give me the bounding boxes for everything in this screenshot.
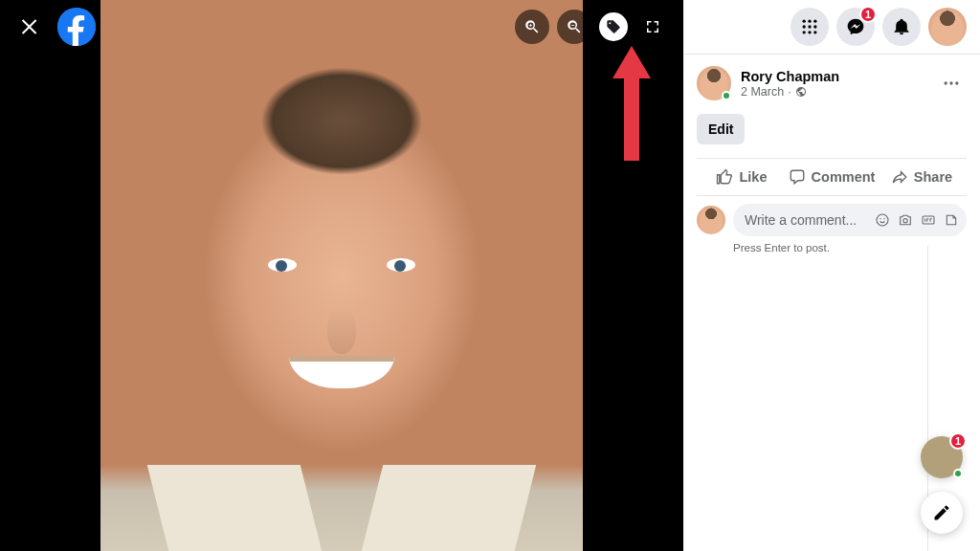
photo-image [100, 0, 583, 551]
emoji-icon[interactable] [875, 212, 890, 228]
close-icon[interactable] [13, 10, 48, 44]
svg-point-3 [813, 20, 816, 23]
svg-point-5 [808, 25, 811, 28]
tag-icon[interactable] [599, 12, 628, 41]
svg-point-1 [803, 20, 806, 23]
svg-point-8 [808, 31, 811, 33]
fullscreen-icon[interactable] [635, 10, 670, 44]
author-name[interactable]: Rory Chapman [741, 69, 839, 84]
svg-point-10 [945, 81, 947, 84]
comment-placeholder: Write a comment... [745, 212, 875, 228]
menu-grid-icon[interactable] [791, 8, 829, 46]
composer-avatar[interactable] [697, 206, 725, 234]
photo-viewer-pane [0, 0, 683, 551]
camera-icon[interactable] [898, 212, 913, 228]
composer-hint: Press Enter to post. [733, 242, 967, 253]
sticker-icon[interactable] [944, 212, 959, 228]
facebook-logo[interactable] [57, 8, 96, 46]
post-actions: Like Comment Share [697, 158, 967, 196]
messenger-badge: 1 [859, 6, 877, 23]
svg-point-13 [877, 214, 888, 226]
svg-rect-17 [923, 216, 934, 224]
svg-point-4 [803, 25, 806, 28]
svg-point-12 [955, 81, 958, 84]
gif-icon[interactable] [921, 212, 936, 228]
post-meta: 2 March · [741, 85, 839, 99]
svg-point-6 [813, 25, 816, 28]
notifications-icon[interactable] [882, 8, 921, 46]
sidebar: 1 Rory Chapman 2 March · [683, 0, 980, 551]
audience-public-icon[interactable] [795, 86, 807, 98]
svg-point-9 [813, 31, 816, 33]
like-button[interactable]: Like [697, 159, 787, 195]
svg-point-11 [949, 81, 952, 84]
account-avatar[interactable] [928, 8, 967, 46]
app-header: 1 [683, 0, 980, 54]
chat-head[interactable]: 1 [921, 436, 963, 478]
comment-button[interactable]: Comment [787, 159, 877, 195]
svg-point-14 [880, 218, 880, 219]
presence-indicator [953, 469, 963, 478]
svg-point-2 [808, 20, 811, 23]
svg-point-16 [903, 219, 907, 223]
svg-point-15 [883, 218, 884, 219]
post-timestamp[interactable]: 2 March [741, 85, 784, 99]
comment-composer: Write a comment... [697, 204, 967, 236]
zoom-out-icon[interactable] [557, 10, 591, 44]
share-button[interactable]: Share [877, 159, 967, 195]
chat-head-badge: 1 [949, 432, 967, 450]
annotation-arrow [612, 46, 651, 165]
zoom-in-icon[interactable] [515, 10, 549, 44]
edit-button[interactable]: Edit [697, 114, 745, 144]
post-author: Rory Chapman 2 March · [697, 66, 967, 100]
messenger-icon[interactable]: 1 [836, 8, 875, 46]
svg-point-7 [803, 31, 806, 33]
comment-input[interactable]: Write a comment... [733, 204, 967, 236]
presence-indicator [722, 91, 731, 100]
post-options-button[interactable] [936, 68, 967, 99]
new-message-button[interactable] [921, 492, 963, 534]
